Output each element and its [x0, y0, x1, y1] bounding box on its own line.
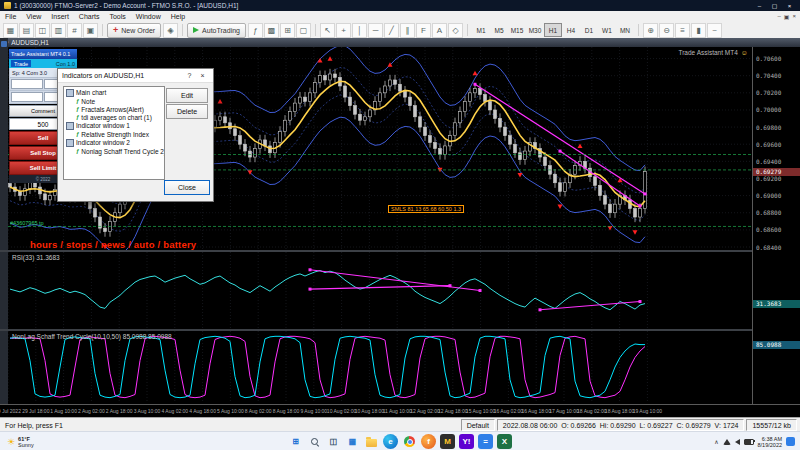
dialog-help-button[interactable]: ? — [183, 70, 196, 81]
timeframe-m1[interactable]: M1 — [472, 23, 490, 37]
indicators-list[interactable]: Main chartƒNoteƒFractals Arrows(Alert)ƒt… — [63, 86, 165, 180]
taskbar-task-view-icon[interactable]: ◫ — [326, 434, 341, 449]
horizontal-line-icon[interactable]: ─ — [368, 23, 383, 38]
template-icon[interactable]: ▩ — [264, 23, 279, 38]
child-minimize-button[interactable]: – — [777, 13, 780, 20]
close-button[interactable]: × — [783, 1, 796, 10]
timeframe-h4[interactable]: H4 — [562, 23, 580, 37]
time-axis-label: 3 Aug 10:00 — [134, 408, 161, 414]
tp-field[interactable] — [11, 79, 43, 89]
bar-chart-icon[interactable]: ≡ — [675, 23, 690, 38]
timeframe-h1[interactable]: H1 — [544, 23, 562, 37]
shapes-icon[interactable]: ◇ — [448, 23, 463, 38]
timeframe-m5[interactable]: M5 — [490, 23, 508, 37]
profiles-icon[interactable]: ▤ — [19, 23, 34, 38]
period-icon[interactable]: ⊞ — [280, 23, 295, 38]
trendline-icon[interactable]: ╱ — [384, 23, 399, 38]
docked-panel-icon[interactable] — [1, 41, 7, 47]
risk-field[interactable] — [11, 92, 43, 102]
tree-window-item[interactable]: Main chart — [64, 88, 164, 97]
tree-indicator-item[interactable]: ƒNote — [64, 97, 164, 105]
menu-view[interactable]: View — [21, 13, 46, 20]
taskbar-chrome-icon[interactable] — [402, 434, 417, 449]
tree-indicator-item[interactable]: ƒNonlag Schaff Trend Cycle 2_3 — [64, 147, 164, 155]
autotrading-button[interactable]: AutoTrading — [187, 23, 246, 38]
terminal-icon[interactable]: ▣ — [83, 23, 98, 38]
volume-icon[interactable] — [735, 439, 740, 445]
child-restore-button[interactable]: ▣ — [784, 13, 790, 20]
channel-icon[interactable]: ∥ — [400, 23, 415, 38]
delete-button[interactable]: Delete — [166, 104, 208, 119]
taskbar-widgets-icon[interactable]: ▦ — [345, 434, 360, 449]
candle-chart-icon[interactable]: ▮ — [691, 23, 706, 38]
tree-indicator-item[interactable]: ƒtdi averages on chart (1) — [64, 113, 164, 121]
time-axis[interactable]: 29 Jul 202229 Jul 18:001 Aug 10:002 Aug … — [0, 404, 800, 418]
menu-window[interactable]: Window — [131, 13, 166, 20]
rsi-indicator-pane[interactable]: RSI(33) 31.3683 — [8, 252, 752, 329]
taskbar-firefox-icon[interactable]: f — [421, 434, 436, 449]
edit-button[interactable]: Edit — [166, 88, 208, 103]
taskbar-file-explorer-icon[interactable] — [364, 434, 379, 449]
menu-help[interactable]: Help — [166, 13, 190, 20]
tree-indicator-item[interactable]: ƒFractals Arrows(Alert) — [64, 105, 164, 113]
autotrading-label: AutoTrading — [202, 27, 240, 34]
new-order-button[interactable]: + New Order — [107, 23, 161, 38]
taskbar-weather-widget[interactable]: ☀ 61°F Sunny — [0, 436, 41, 448]
menu-file[interactable]: File — [0, 13, 21, 20]
navigator-icon[interactable]: # — [67, 23, 82, 38]
text-icon[interactable]: A — [432, 23, 447, 38]
zoom-out-icon[interactable]: ⊖ — [659, 23, 674, 38]
tree-window-item[interactable]: Indicator window 1 — [64, 121, 164, 130]
taskbar-mt4-icon[interactable]: M — [440, 434, 455, 449]
indicators-icon[interactable]: ƒ — [248, 23, 263, 38]
tile-windows-icon[interactable]: ▢ — [296, 23, 311, 38]
zoom-in-icon[interactable]: ⊕ — [643, 23, 658, 38]
taskbar-clock[interactable]: 6:38 AM 8/19/2022 — [758, 436, 782, 448]
trade-panel-title[interactable]: Trade Assistant MT4 0.1 — [9, 49, 77, 59]
taskbar-edge-icon[interactable]: e — [383, 434, 398, 449]
timeframe-m30[interactable]: M30 — [526, 23, 544, 37]
status-profile[interactable]: Default — [461, 419, 495, 431]
timeframe-d1[interactable]: D1 — [580, 23, 598, 37]
timeframe-w1[interactable]: W1 — [598, 23, 616, 37]
taskbar-yahoo-icon[interactable]: Y! — [459, 434, 474, 449]
trade-tab[interactable]: Trade — [11, 60, 31, 67]
vertical-line-icon[interactable]: │ — [352, 23, 367, 38]
tree-indicator-label: Note — [81, 98, 95, 105]
wifi-icon[interactable] — [723, 439, 731, 445]
menu-tools[interactable]: Tools — [104, 13, 130, 20]
dialog-close-icon[interactable]: × — [196, 70, 209, 81]
sun-icon: ☀ — [7, 437, 15, 447]
time-axis-label: 29 Jul 2022 — [0, 408, 21, 414]
price-axis[interactable]: 0.706000.704000.702000.700000.698000.696… — [752, 47, 800, 404]
menu-insert[interactable]: Insert — [46, 13, 74, 20]
timeframe-m15[interactable]: M15 — [508, 23, 526, 37]
taskbar-search-icon[interactable] — [307, 434, 322, 449]
menu-charts[interactable]: Charts — [74, 13, 105, 20]
crosshair-icon[interactable]: + — [336, 23, 351, 38]
taskbar-calculator-icon[interactable]: = — [478, 434, 493, 449]
tree-window-item[interactable]: Indicator window 2 — [64, 138, 164, 147]
docked-sidebar-strip[interactable] — [0, 38, 8, 417]
new-chart-icon[interactable]: ▦ — [3, 23, 18, 38]
taskbar-start-icon[interactable]: ⊞ — [288, 434, 303, 449]
tree-indicator-item[interactable]: ƒRelative Strength Index — [64, 130, 164, 138]
child-close-button[interactable]: × — [792, 13, 796, 20]
metaeditor-icon[interactable]: ◈ — [163, 23, 178, 38]
maximize-button[interactable]: ▢ — [768, 1, 781, 10]
minimize-button[interactable]: – — [753, 1, 766, 10]
line-chart-icon[interactable]: ~ — [707, 23, 722, 38]
rsi-value-tag: 31.3683 — [753, 300, 800, 308]
fibonacci-icon[interactable]: F — [416, 23, 431, 38]
cursor-icon[interactable]: ↖ — [320, 23, 335, 38]
taskbar-excel-icon[interactable]: X — [497, 434, 512, 449]
schaff-indicator-pane[interactable]: NonLag Schaff Trend Cycle(10,10,50) 85.0… — [8, 331, 752, 403]
data-window-icon[interactable]: ▥ — [51, 23, 66, 38]
battery-icon[interactable] — [744, 439, 754, 445]
notification-center-icon[interactable] — [786, 437, 795, 446]
hidden-icons-chevron-icon[interactable]: ∧ — [714, 438, 718, 445]
timeframe-mn[interactable]: MN — [616, 23, 634, 37]
chart-window-titlebar[interactable]: ▾ AUDUSD,H1 — [0, 38, 800, 47]
market-watch-icon[interactable]: ◫ — [35, 23, 50, 38]
close-dialog-button[interactable]: Close — [164, 180, 210, 195]
